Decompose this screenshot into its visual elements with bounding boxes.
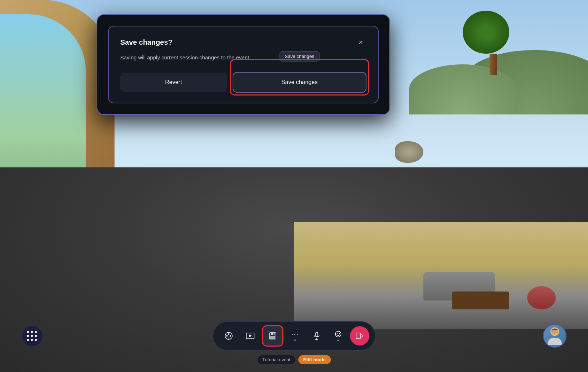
leave-icon <box>355 332 364 340</box>
microphone-icon <box>312 332 321 340</box>
svg-point-13 <box>336 333 337 333</box>
dot <box>35 339 37 341</box>
avatar-image <box>546 325 564 347</box>
customize-button[interactable] <box>219 326 238 346</box>
leave-button[interactable] <box>350 326 369 346</box>
media-button[interactable] <box>240 326 260 346</box>
dialog-title: Save changes? <box>120 38 172 46</box>
svg-point-12 <box>335 331 341 337</box>
svg-rect-8 <box>273 333 274 335</box>
media-icon <box>246 331 255 341</box>
dot <box>35 335 37 337</box>
tree-crown <box>463 11 509 54</box>
table-decoration <box>452 292 509 309</box>
emoji-button[interactable]: ▲ <box>329 326 348 346</box>
status-bar: Tutorial event Edit mode <box>257 355 331 364</box>
dialog-panel: Save changes? × Saving will apply curren… <box>97 14 390 115</box>
tooltip-label: Save changes <box>280 51 320 62</box>
event-label: Tutorial event <box>257 355 295 364</box>
dots-grid-icon <box>27 331 38 342</box>
save-button-toolbar[interactable] <box>262 325 283 347</box>
svg-point-1 <box>226 335 228 337</box>
save-changes-container: Save changes Save changes <box>233 72 366 93</box>
customize-icon <box>224 331 233 341</box>
save-changes-button[interactable]: Save changes <box>233 72 366 93</box>
dot <box>27 335 29 337</box>
dot <box>31 339 33 341</box>
dot <box>35 331 37 333</box>
dot <box>27 331 29 333</box>
close-button[interactable]: × <box>355 36 366 48</box>
arrow-up-icon: ▲ <box>337 339 340 342</box>
dialog-modal: Save changes? × Saving will apply curren… <box>108 26 379 103</box>
arrow-up-icon: ▲ <box>294 338 297 341</box>
svg-point-2 <box>228 333 229 335</box>
microphone-button[interactable] <box>307 326 326 346</box>
dot <box>27 339 29 341</box>
svg-rect-15 <box>356 333 360 339</box>
tree-trunk <box>490 54 497 75</box>
emoji-icon <box>334 331 342 338</box>
more-dots-icon: ··· <box>291 331 299 338</box>
dot <box>31 335 33 337</box>
user-avatar[interactable] <box>543 324 567 348</box>
bottom-toolbar: ··· ▲ ▲ <box>213 321 375 351</box>
tree-decoration <box>470 11 516 75</box>
svg-rect-7 <box>270 336 275 339</box>
ottoman-decoration <box>527 286 556 309</box>
dialog-actions: Revert Save changes Save changes <box>120 72 366 93</box>
apps-button[interactable] <box>21 326 43 347</box>
dialog-header: Save changes? × <box>120 36 366 48</box>
save-icon <box>268 332 277 340</box>
dialog-description: Saving will apply current session change… <box>120 54 366 62</box>
rock-decoration <box>395 141 423 163</box>
revert-button[interactable]: Revert <box>120 73 227 92</box>
svg-point-3 <box>230 335 231 337</box>
edit-mode-badge: Edit mode <box>298 355 331 364</box>
svg-point-14 <box>339 333 339 333</box>
toolbar-inner: ··· ▲ ▲ <box>213 321 375 351</box>
dot <box>31 331 33 333</box>
svg-rect-9 <box>316 332 318 337</box>
more-button[interactable]: ··· ▲ <box>286 326 305 346</box>
